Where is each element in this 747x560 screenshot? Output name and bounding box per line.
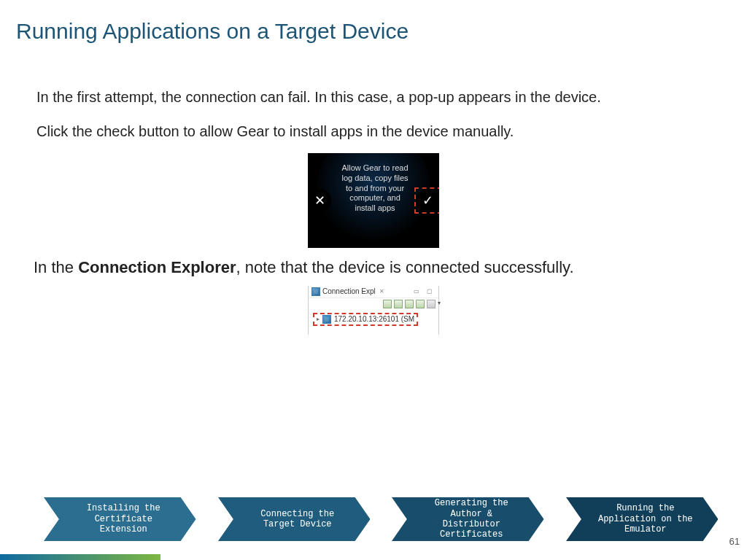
- toolbar-icon-4[interactable]: [416, 300, 425, 308]
- connection-explorer-icon: [311, 287, 320, 296]
- nav-step-3-label: Generating the Author & Distributor Cert…: [420, 498, 516, 540]
- nav-step-3[interactable]: Generating the Author & Distributor Cert…: [392, 497, 544, 541]
- close-tab-icon[interactable]: ✕: [379, 288, 384, 295]
- page-title: Running Applications on a Target Device: [0, 0, 747, 44]
- step-navigation: Installing the Certificate Extension Con…: [0, 497, 747, 541]
- device-icon: [322, 315, 331, 324]
- toolbar-icon-1[interactable]: [383, 300, 392, 308]
- connected-device-entry[interactable]: ▸ 172.20.10.13:26101 (SM: [313, 313, 418, 326]
- nav-step-4-label: Running the Application on the Emulator: [584, 503, 700, 534]
- paragraph-1: In the first attempt, the connection can…: [0, 88, 747, 107]
- para3-prefix: In the: [34, 258, 78, 276]
- watch-cancel-button[interactable]: ✕: [308, 189, 331, 212]
- connection-explorer-screenshot: Connection Expl ✕ ▭ ▢ ▸ 172.20.10.13:261…: [0, 286, 747, 335]
- nav-step-1[interactable]: Installing the Certificate Extension: [44, 497, 196, 541]
- paragraph-3: In the Connection Explorer, note that th…: [0, 257, 747, 279]
- watch-confirm-button[interactable]: ✓: [416, 189, 439, 212]
- para3-suffix: , note that the device is connected succ…: [236, 258, 574, 276]
- nav-step-4[interactable]: Running the Application on the Emulator: [566, 497, 719, 541]
- connection-explorer-toolbar: [309, 298, 438, 310]
- toolbar-icon-menu[interactable]: [427, 300, 436, 308]
- nav-step-1-label: Installing the Certificate Extension: [72, 503, 168, 534]
- panel-window-controls[interactable]: ▭ ▢: [414, 288, 436, 295]
- toolbar-icon-3[interactable]: [405, 300, 414, 308]
- device-label: 172.20.10.13:26101 (SM: [334, 315, 414, 323]
- watch-message: Allow Gear to read log data, copy files …: [338, 163, 411, 214]
- page-number: 61: [729, 536, 740, 547]
- footer-accent-bar: [0, 554, 160, 560]
- para3-bold: Connection Explorer: [78, 258, 236, 276]
- paragraph-2: Click the check button to allow Gear to …: [0, 122, 747, 141]
- connection-explorer-tab[interactable]: Connection Expl ✕: [311, 287, 384, 296]
- nav-step-2[interactable]: Connecting the Target Device: [218, 497, 371, 541]
- toolbar-icon-2[interactable]: [394, 300, 403, 308]
- expand-tree-icon[interactable]: ▸: [317, 316, 320, 322]
- watch-screenshot: Allow Gear to read log data, copy files …: [0, 153, 747, 248]
- connection-explorer-tab-label: Connection Expl: [322, 287, 376, 295]
- nav-step-2-label: Connecting the Target Device: [246, 509, 341, 530]
